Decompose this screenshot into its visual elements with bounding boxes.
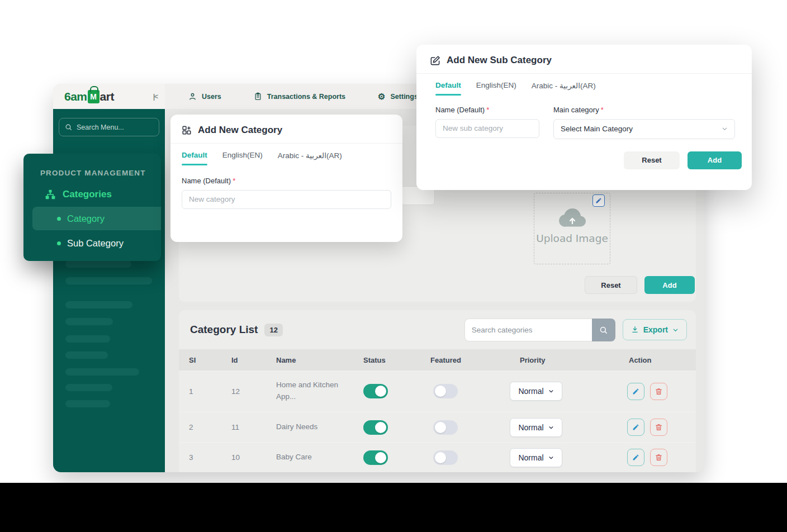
- export-button[interactable]: Export: [623, 319, 687, 340]
- sidebar-collapse-icon[interactable]: |<: [153, 92, 157, 101]
- category-list-header: Category List 12: [179, 310, 696, 349]
- sub-reset-button[interactable]: Reset: [624, 151, 680, 169]
- status-toggle[interactable]: [363, 384, 388, 398]
- sub-add-button[interactable]: Add: [688, 151, 742, 169]
- category-list-title: Category List: [190, 324, 258, 336]
- sidebar-skeleton-bar: [65, 384, 112, 391]
- featured-toggle[interactable]: [433, 420, 458, 435]
- table-row: 3 10 Baby Care Normal: [179, 442, 696, 472]
- chevron-down-icon: [548, 455, 554, 460]
- cell-id: 12: [231, 387, 276, 396]
- nav-item-transactions[interactable]: Transactions & Reports: [254, 92, 345, 101]
- modal-title: Add New Category: [198, 125, 282, 136]
- logo-text-mid: M: [90, 92, 97, 101]
- tab-english[interactable]: English(EN): [222, 151, 263, 166]
- cell-name: Home and Kitchen App...: [276, 379, 344, 403]
- pencil-icon: [632, 424, 639, 431]
- tab-english[interactable]: English(EN): [476, 81, 516, 96]
- tab-arabic[interactable]: Arabic - العربية(AR): [278, 151, 342, 166]
- pencil-icon: [632, 388, 639, 395]
- edit-button[interactable]: [627, 419, 644, 436]
- logo-text-right: art: [100, 90, 114, 103]
- nav-item-users[interactable]: Users: [188, 92, 221, 101]
- export-label: Export: [643, 325, 668, 334]
- trash-icon: [655, 454, 662, 461]
- sidebar-item-categories[interactable]: Categories: [45, 189, 161, 200]
- required-asterisk: *: [486, 106, 489, 114]
- priority-select[interactable]: Normal: [510, 448, 562, 467]
- chevron-down-icon: [548, 388, 554, 394]
- priority-value: Normal: [518, 387, 543, 396]
- column-header-status: Status: [363, 356, 430, 364]
- table-row: 2 11 Dairy Needs Normal: [179, 412, 696, 442]
- edit-button[interactable]: [627, 449, 644, 466]
- upload-edit-button[interactable]: [592, 194, 605, 207]
- main-category-select[interactable]: Select Main Category: [553, 119, 735, 139]
- category-list-card: Category List 12: [179, 310, 696, 472]
- sidebar-search-input[interactable]: [77, 124, 167, 131]
- trash-icon: [655, 424, 662, 431]
- cell-si: 1: [189, 387, 231, 396]
- sidebar-skeleton-bar: [65, 301, 132, 308]
- sidebar-skeleton-bar: [65, 260, 131, 268]
- search-icon: [65, 124, 72, 131]
- cell-id: 10: [231, 453, 276, 462]
- main-category-selected-value: Select Main Category: [561, 125, 633, 133]
- column-header-id: Id: [231, 356, 276, 364]
- priority-select[interactable]: Normal: [510, 382, 562, 401]
- category-search-button[interactable]: [592, 319, 615, 341]
- shopping-bag-icon: M: [88, 90, 99, 103]
- tab-default[interactable]: Default: [182, 151, 207, 166]
- sitemap-icon: [45, 189, 56, 200]
- upload-image-label: Upload Image: [536, 232, 608, 244]
- sidebar-skeleton-bar: [65, 318, 113, 325]
- category-search-input[interactable]: [464, 319, 592, 341]
- form-reset-button[interactable]: Reset: [585, 276, 637, 294]
- column-header-name: Name: [276, 356, 363, 364]
- cell-id: 11: [231, 423, 276, 431]
- field-label-text: Name (Default): [435, 106, 485, 114]
- sidebar-skeleton-bar: [65, 352, 108, 359]
- sidebar-section-title: PRODUCT MANAGEMENT: [40, 169, 161, 177]
- modal-header: Add New Category: [170, 115, 402, 144]
- pencil-square-icon: [430, 55, 440, 66]
- table-row: 1 12 Home and Kitchen App... Normal: [179, 370, 696, 412]
- modal-title: Add New Sub Category: [447, 55, 552, 66]
- brand-logo: 6am M art: [64, 90, 114, 103]
- featured-toggle[interactable]: [433, 384, 458, 398]
- chevron-down-icon: [722, 126, 728, 132]
- priority-value: Normal: [518, 423, 543, 432]
- bullet-icon: [57, 241, 61, 245]
- sidebar-item-category[interactable]: Category: [32, 207, 161, 230]
- delete-button[interactable]: [650, 449, 667, 466]
- sidebar-search[interactable]: [59, 118, 159, 136]
- tab-arabic[interactable]: Arabic - العربية(AR): [532, 81, 596, 96]
- trash-icon: [655, 388, 662, 395]
- field-label-text: Name (Default): [182, 177, 231, 185]
- sidebar-skeleton-bar: [65, 277, 152, 284]
- column-header-si: SI: [189, 356, 231, 364]
- form-add-button[interactable]: Add: [644, 276, 695, 294]
- priority-select[interactable]: Normal: [510, 418, 562, 437]
- user-icon: [188, 92, 197, 101]
- edit-button[interactable]: [627, 383, 644, 400]
- sidebar-skeleton-bar: [65, 368, 139, 376]
- search-icon: [599, 326, 608, 334]
- sidebar-item-sub-category[interactable]: Sub Category: [32, 231, 161, 255]
- table-header-row: SI Id Name Status Featured Priority Acti…: [179, 349, 696, 370]
- download-icon: [631, 326, 639, 334]
- nav-item-label: Transactions & Reports: [267, 93, 345, 101]
- logo-text-left: 6am: [64, 90, 87, 103]
- delete-button[interactable]: [650, 383, 667, 400]
- cloud-upload-icon: [558, 208, 587, 228]
- featured-toggle[interactable]: [433, 450, 458, 465]
- delete-button[interactable]: [650, 419, 667, 436]
- modal-header: Add New Sub Category: [416, 45, 752, 74]
- status-toggle[interactable]: [363, 420, 388, 435]
- category-name-input[interactable]: [182, 190, 391, 209]
- name-field-label: Name (Default)*: [182, 177, 391, 185]
- tab-default[interactable]: Default: [435, 81, 461, 96]
- sidebar-item-label: Categories: [63, 189, 112, 200]
- status-toggle[interactable]: [363, 450, 388, 465]
- sub-category-name-input[interactable]: [435, 119, 539, 138]
